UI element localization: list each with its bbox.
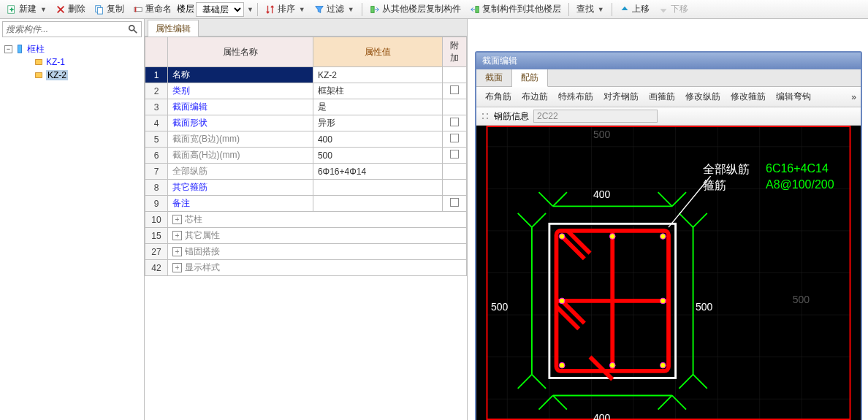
group-name[interactable]: +芯柱	[167, 212, 466, 228]
prop-extra[interactable]	[442, 164, 466, 180]
svg-line-27	[590, 357, 613, 380]
col-value: 属性值	[313, 37, 442, 67]
floor-select[interactable]: 基础层	[196, 2, 244, 17]
copy-label: 复制	[107, 3, 124, 15]
find-button[interactable]: 查找▼	[573, 1, 608, 17]
tool-edit-long[interactable]: 修改纵筋	[681, 89, 725, 104]
table-group-row[interactable]: 10+芯柱	[145, 212, 467, 228]
collapse-icon[interactable]: −	[4, 45, 12, 53]
delete-icon	[56, 4, 66, 15]
svg-point-29	[609, 234, 615, 240]
prop-name: 截面宽(B边)(mm)	[167, 131, 313, 148]
prop-extra[interactable]	[442, 83, 466, 99]
tree-root-label: 框柱	[27, 43, 45, 56]
svg-rect-9	[36, 73, 42, 78]
rename-button[interactable]: 重命名	[129, 1, 175, 17]
table-row[interactable]: 1名称KZ-2	[145, 67, 467, 83]
tool-align-rebar[interactable]: 对齐钢筋	[599, 89, 643, 104]
table-row[interactable]: 6截面高(H边)(mm)500	[145, 148, 467, 164]
table-row[interactable]: 7全部纵筋6Φ16+4Φ14	[145, 164, 467, 180]
prop-value[interactable]: KZ-2	[313, 67, 442, 83]
prop-extra[interactable]	[442, 180, 466, 196]
tree-item-kz2[interactable]: KZ-2	[1, 69, 142, 82]
table-row[interactable]: 2类别框架柱	[145, 83, 467, 99]
tool-draw-stirrup[interactable]: 画箍筋	[644, 89, 679, 104]
group-name[interactable]: +显示样式	[167, 260, 466, 276]
find-label: 查找	[576, 3, 594, 15]
toolbar-overflow[interactable]: »	[851, 92, 856, 102]
checkbox-icon[interactable]	[450, 150, 459, 159]
delete-button[interactable]: 删除	[52, 1, 89, 17]
prop-value[interactable]: 框架柱	[313, 83, 442, 99]
prop-extra[interactable]	[442, 67, 466, 83]
row-number: 6	[145, 148, 168, 164]
copy-button[interactable]: 复制	[91, 1, 128, 17]
table-group-row[interactable]: 27+锚固搭接	[145, 244, 467, 260]
checkbox-icon[interactable]	[450, 134, 459, 142]
row-number: 42	[145, 260, 168, 276]
search-icon	[128, 24, 138, 34]
property-tabbar: 属性编辑	[145, 19, 467, 37]
filter-button[interactable]: 过滤▼	[311, 1, 358, 17]
prop-extra[interactable]	[442, 148, 466, 164]
table-row[interactable]: 8其它箍筋	[145, 180, 467, 196]
row-number: 3	[145, 99, 168, 115]
new-button[interactable]: 新建▼	[3, 1, 50, 17]
prop-value[interactable]	[313, 196, 442, 212]
table-row[interactable]: 3截面编辑是	[145, 99, 467, 115]
dropdown-icon: ▼	[348, 6, 354, 13]
prop-extra[interactable]	[442, 196, 466, 212]
svg-point-13	[487, 118, 488, 119]
prop-extra[interactable]	[442, 115, 466, 131]
copy-to-button[interactable]: 复制构件到其他楼层	[466, 1, 565, 17]
rename-label: 重命名	[145, 3, 172, 15]
tab-section[interactable]: 截面	[476, 69, 512, 86]
copy-from-button[interactable]: 从其他楼层复制构件	[366, 1, 465, 17]
table-row[interactable]: 4截面形状异形	[145, 115, 467, 131]
tool-special-rebar[interactable]: 特殊布筋	[554, 89, 598, 104]
tool-edge-rebar[interactable]: 布边筋	[517, 89, 552, 104]
search-button[interactable]	[125, 22, 141, 37]
section-tabs: 截面 配筋	[476, 69, 861, 87]
expand-icon[interactable]: +	[172, 263, 182, 272]
rebar-info-input[interactable]	[533, 110, 658, 123]
svg-point-28	[559, 234, 565, 240]
separator	[612, 3, 612, 16]
expand-icon[interactable]: +	[172, 247, 182, 256]
tree-item-kz1[interactable]: KZ-1	[1, 56, 142, 69]
tool-edit-stirrup[interactable]: 修改箍筋	[726, 89, 770, 104]
checkbox-icon[interactable]	[450, 118, 459, 126]
prop-value[interactable]	[313, 180, 442, 196]
expand-icon[interactable]: +	[172, 215, 182, 224]
sort-button[interactable]: 排序▼	[262, 1, 309, 17]
table-row[interactable]: 9备注	[145, 196, 467, 212]
tree-root[interactable]: − 框柱	[1, 42, 142, 56]
up-button[interactable]: 上移	[616, 1, 653, 17]
prop-value[interactable]: 400	[313, 131, 442, 148]
prop-value[interactable]: 异形	[313, 115, 442, 131]
tool-corner-rebar[interactable]: 布角筋	[481, 89, 516, 104]
expand-icon[interactable]: +	[172, 231, 182, 240]
table-row[interactable]: 5截面宽(B边)(mm)400	[145, 131, 467, 148]
table-group-row[interactable]: 15+其它属性	[145, 228, 467, 244]
tool-edit-hook[interactable]: 编辑弯钩	[772, 89, 815, 104]
prop-value[interactable]: 6Φ16+4Φ14	[313, 164, 442, 180]
svg-point-12	[487, 113, 488, 115]
prop-value[interactable]: 500	[313, 148, 442, 164]
table-group-row[interactable]: 42+显示样式	[145, 260, 467, 276]
section-canvas[interactable]: 400 400 500 500 500 500 全部纵筋 6C16+4C14 箍…	[476, 126, 861, 420]
prop-value[interactable]: 是	[313, 99, 442, 115]
dropdown-icon: ▼	[299, 6, 305, 13]
checkbox-icon[interactable]	[450, 85, 459, 94]
checkbox-icon[interactable]	[450, 198, 459, 207]
search-input[interactable]	[3, 23, 125, 36]
prop-extra[interactable]	[442, 99, 466, 115]
property-tab[interactable]: 属性编辑	[148, 20, 199, 37]
dim-bottom: 400	[593, 412, 610, 420]
property-panel: 属性编辑 属性名称 属性值 附加 1名称KZ-22类别框架柱3截面编辑是4截面形…	[145, 19, 468, 420]
group-name[interactable]: +锚固搭接	[167, 244, 466, 260]
tab-rebar[interactable]: 配筋	[512, 69, 548, 87]
drawing-area: 截面编辑 截面 配筋 布角筋 布边筋 特殊布筋 对齐钢筋 画箍筋 修改纵筋 修改…	[468, 19, 868, 420]
group-name[interactable]: +其它属性	[167, 228, 466, 244]
prop-extra[interactable]	[442, 131, 466, 148]
